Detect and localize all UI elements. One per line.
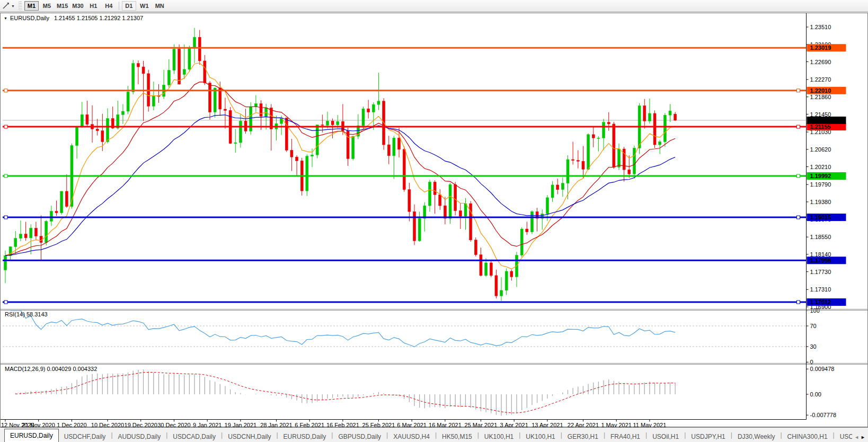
chart-tab-gbpusd-daily[interactable]: GBPUSD,Daily	[333, 431, 386, 442]
line-handle[interactable]	[4, 174, 7, 178]
chart-tab-eurusd-daily[interactable]: EURUSD,Daily	[4, 429, 59, 442]
timeframe-button-m1[interactable]: M1	[24, 1, 39, 11]
chart-tab-uk100-h1[interactable]: UK100,H1	[479, 431, 519, 442]
timeframe-button-d1[interactable]: D1	[122, 1, 136, 11]
candle-body	[224, 109, 226, 110]
candle-body	[464, 204, 467, 216]
timeframe-button-h4[interactable]: H4	[102, 1, 116, 11]
candle-body	[607, 122, 610, 124]
chevron-down-icon[interactable]: ▼	[11, 4, 15, 8]
candle-body	[633, 148, 635, 174]
price-tick-label: 1.18140	[810, 251, 831, 258]
candle-body	[234, 143, 237, 144]
price-badge-label: 1.17012	[810, 299, 831, 305]
chart-tab-fra40-h1[interactable]: FRA40,H1	[605, 431, 645, 442]
candle-body	[45, 222, 48, 243]
toolbar-gripper[interactable]	[19, 2, 22, 10]
chart-tab-eurusd-daily[interactable]: EURUSD,Daily	[278, 431, 332, 442]
time-tick-label: 10 Dec 2020	[91, 422, 124, 428]
timeframe-button-m30[interactable]: M30	[70, 1, 85, 11]
timeframe-button-w1[interactable]: W1	[137, 1, 152, 11]
candle-body	[592, 135, 595, 138]
candle-body	[14, 238, 17, 247]
candle-body	[449, 184, 451, 218]
line-handle[interactable]	[797, 216, 800, 219]
candle-body	[474, 240, 477, 255]
candle-body	[372, 104, 375, 112]
time-tick-label: 25 Feb 2021	[362, 422, 395, 428]
line-handle[interactable]	[4, 216, 7, 219]
line-handle[interactable]	[797, 174, 800, 178]
candle-body	[306, 156, 308, 191]
chart-tab-dj30-weekly[interactable]: DJ30,Weekly	[732, 431, 780, 442]
candle-body	[132, 64, 135, 92]
chart-tab-usdjpy-h1[interactable]: USDJPY,H1	[686, 431, 730, 442]
candle-body	[183, 69, 185, 75]
toolbar: ▼ M1M5M15M30H1H4D1W1MN	[0, 0, 868, 12]
chart-tab-usdcnh-daily[interactable]: USDCNH,Daily	[223, 431, 276, 442]
candle-body	[520, 229, 523, 255]
line-handle[interactable]	[4, 89, 7, 92]
price-tick-label: 1.22270	[810, 76, 831, 83]
timeframe-button-mn[interactable]: MN	[153, 1, 167, 11]
chart-background	[0, 13, 868, 427]
candle-body	[485, 263, 488, 276]
line-handle[interactable]	[797, 300, 800, 304]
chart-tab-usdchf-daily[interactable]: USDCHF,Daily	[59, 431, 111, 442]
chart-tab-usoil-h1[interactable]: USOil,H1	[647, 431, 684, 442]
candle-body	[674, 114, 677, 120]
tab-scroll-arrows[interactable]: ◄►	[852, 435, 867, 440]
time-tick-label: 21 Nov 2020	[22, 422, 55, 428]
chart-tab-xauusd-h4[interactable]: XAUUSD,H4	[388, 431, 435, 442]
candle-body	[551, 185, 554, 198]
chart-tab-uk100-h1[interactable]: UK100,H1	[520, 431, 560, 442]
timeframe-button-m5[interactable]: M5	[40, 1, 54, 11]
candle-body	[178, 49, 181, 84]
candle-body	[34, 228, 37, 236]
candle-body	[618, 149, 621, 167]
candle-body	[526, 229, 528, 232]
trendline-tool-icon[interactable]	[1, 1, 11, 11]
candle-body	[387, 145, 390, 156]
candle-body	[19, 234, 22, 238]
candle-body	[480, 255, 482, 276]
candle-body	[408, 190, 411, 212]
candle-body	[561, 183, 564, 190]
candle-body	[587, 135, 590, 170]
candle-body	[653, 113, 656, 145]
line-handle[interactable]	[797, 89, 800, 92]
price-tick-label: 1.21450	[810, 111, 831, 118]
candle-body	[60, 191, 63, 213]
price-tick-label: 1.17730	[810, 269, 831, 275]
timeframe-button-m15[interactable]: M15	[55, 1, 69, 11]
tab-scroll-left-icon[interactable]: ◄	[854, 435, 861, 440]
candle-body	[439, 195, 441, 206]
candle-body	[459, 211, 462, 216]
candle-body	[444, 206, 446, 218]
line-handle[interactable]	[4, 300, 7, 304]
chart-tab-china300-h1[interactable]: CHINA300,H1	[782, 431, 833, 442]
chart-tab-hk50-m15[interactable]: HK50,M15	[437, 431, 477, 442]
chart-tab-usdcad-daily[interactable]: USDCAD,Daily	[167, 431, 221, 442]
line-handle[interactable]	[797, 125, 800, 128]
price-tick-label: 1.20210	[810, 164, 831, 170]
candle-body	[127, 92, 129, 111]
line-handle[interactable]	[4, 125, 7, 128]
tab-scroll-right-icon[interactable]: ►	[861, 435, 867, 440]
candle-body	[393, 138, 395, 156]
price-chart-canvas[interactable]: 1.235101.231001.226901.222701.218601.214…	[0, 13, 868, 427]
price-tick-label: 1.20620	[810, 146, 831, 153]
timeframe-button-h1[interactable]: H1	[86, 1, 101, 11]
candle-body	[65, 191, 68, 207]
candle-body	[121, 111, 124, 114]
time-tick-label: 9 Jan 2021	[193, 422, 222, 428]
candle-body	[96, 129, 99, 131]
candle-body	[470, 204, 472, 240]
candle-body	[321, 125, 324, 126]
candle-body	[239, 121, 242, 143]
candle-body	[336, 121, 339, 125]
rsi-tick-label: 30	[810, 343, 817, 350]
chart-tab-ger30-h1[interactable]: GER30,H1	[562, 431, 604, 442]
price-tick-label: 1.18550	[810, 234, 831, 240]
chart-tab-audusd-daily[interactable]: AUDUSD,Daily	[113, 431, 166, 442]
